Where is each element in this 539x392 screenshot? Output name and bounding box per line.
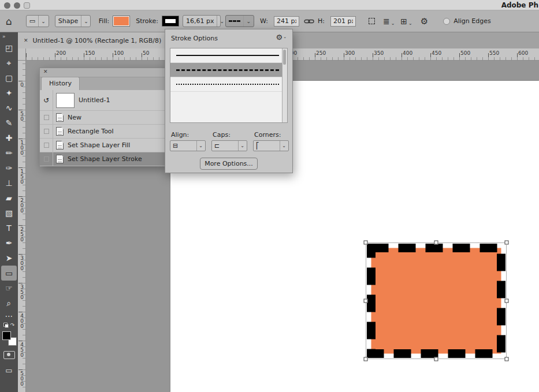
transform-handle-bottom-center[interactable]: [434, 357, 438, 361]
stroke-color-swatch[interactable]: [162, 16, 179, 27]
rectangle-shape-selection[interactable]: [366, 242, 507, 359]
history-state-row[interactable]: Set Shape Layer Fill: [40, 139, 165, 152]
tab-history[interactable]: History: [41, 77, 80, 90]
snapshot-thumbnail[interactable]: [56, 93, 75, 108]
lasso-tool-button[interactable]: ∿: [1, 100, 17, 115]
chevron-down-icon: ⌄: [391, 21, 395, 26]
window-minimize-button[interactable]: [14, 2, 20, 9]
stroke-style-solid[interactable]: [170, 48, 287, 63]
window-close-button[interactable]: [4, 2, 10, 9]
history-source-checkbox[interactable]: [44, 156, 49, 162]
type-tool-button[interactable]: T: [1, 221, 17, 236]
toolbar-collapse-button[interactable]: »: [0, 32, 6, 40]
shape-height-input[interactable]: [330, 16, 356, 27]
transform-handle-middle-left[interactable]: [364, 299, 368, 303]
transform-handle-middle-right[interactable]: [505, 299, 509, 303]
history-state-row-selected[interactable]: Set Shape Layer Stroke: [40, 152, 165, 166]
rectangle-tool-button[interactable]: ▭: [1, 266, 17, 281]
default-colors-icon[interactable]: [3, 323, 9, 328]
stroke-options-title: Stroke Options: [171, 35, 218, 42]
zoom-tool-button[interactable]: ⌕: [1, 296, 17, 311]
foreground-color-swatch[interactable]: [2, 331, 11, 340]
path-alignment-button[interactable]: ≣ ⌄: [383, 17, 395, 26]
clone-stamp-icon: ⊥: [5, 178, 12, 188]
marquee-icon: ▢: [5, 73, 13, 83]
v-ruler-label: 200: [18, 197, 25, 213]
caps-option-icon: ⊏: [214, 142, 238, 150]
stroke-style-dotted[interactable]: [170, 77, 287, 92]
corners-label: Corners:: [254, 131, 281, 139]
fill-color-swatch[interactable]: [113, 16, 130, 27]
corners-dropdown[interactable]: ⎡ ⌄: [253, 140, 289, 151]
align-dropdown[interactable]: ⊟ ⌄: [170, 140, 206, 151]
history-source-checkbox[interactable]: [44, 115, 49, 120]
zoom-icon: ⌕: [7, 298, 12, 308]
more-options-button[interactable]: More Options...: [200, 158, 258, 170]
v-ruler-label: 250: [18, 226, 25, 242]
history-state-row[interactable]: Rectangle Tool: [40, 125, 165, 139]
path-align-icon: ≣: [383, 17, 390, 26]
screen-mode-button[interactable]: ▭: [1, 363, 17, 378]
hand-tool-button[interactable]: ☞: [1, 281, 17, 296]
align-option-icon: ⊟: [173, 142, 196, 150]
window-zoom-button[interactable]: [24, 2, 30, 9]
history-snapshot-row[interactable]: ↺ Untitled-1: [40, 90, 165, 111]
clone-stamp-tool-button[interactable]: ⊥: [1, 176, 17, 191]
stroke-type-dropdown[interactable]: ⌄: [225, 15, 254, 27]
stroke-style-dashed-selected[interactable]: [170, 63, 287, 77]
history-brush-source-icon[interactable]: ↺: [43, 96, 49, 104]
chevron-down-icon: ⌄: [243, 16, 251, 27]
pen-icon: ✒: [6, 238, 13, 248]
quick-mask-icon[interactable]: [3, 351, 15, 359]
tool-mode-dropdown[interactable]: Shape ⌄: [55, 15, 91, 27]
color-swatches: [2, 331, 17, 346]
eraser-tool-button[interactable]: ▰: [1, 191, 17, 206]
eyedropper-tool-button[interactable]: ✎: [1, 115, 17, 130]
h-ruler-label: 450: [432, 50, 441, 56]
history-state-row[interactable]: New: [40, 111, 165, 125]
transform-handle-top-center[interactable]: [434, 241, 438, 245]
history-source-checkbox[interactable]: [44, 143, 49, 148]
panel-close-icon[interactable]: ✕: [43, 69, 48, 74]
shape-settings-button[interactable]: ⚙: [421, 16, 428, 27]
history-source-checkbox[interactable]: [44, 129, 49, 134]
pen-tool-button[interactable]: ✒: [1, 236, 17, 251]
tab-close-icon[interactable]: ✕: [24, 38, 28, 43]
align-edges-checkbox[interactable]: [443, 18, 450, 25]
transform-handle-top-left[interactable]: [364, 241, 368, 245]
quick-selection-tool-button[interactable]: ✦: [1, 85, 17, 100]
tool-preset-picker[interactable]: ▭ ⌄: [26, 15, 49, 27]
transform-handle-bottom-left[interactable]: [364, 357, 368, 361]
history-panel-header[interactable]: ✕: [40, 68, 165, 77]
chevron-down-icon: ⌄: [280, 141, 286, 151]
transform-handle-top-right[interactable]: [505, 241, 509, 245]
v-ruler-label: 400: [18, 313, 25, 328]
move-tool-button[interactable]: ⌖: [1, 55, 17, 70]
caps-dropdown[interactable]: ⊏ ⌄: [211, 140, 247, 151]
transform-handle-bottom-right[interactable]: [505, 357, 509, 361]
healing-brush-tool-button[interactable]: ✚: [1, 130, 17, 145]
path-arrangement-button[interactable]: ⊞ ⌄: [400, 17, 412, 26]
crop-tool-button[interactable]: ◰: [1, 40, 17, 55]
swap-colors-icon[interactable]: ↷: [10, 322, 15, 328]
path-selection-tool-button[interactable]: ➤: [1, 251, 17, 266]
stroke-style-scrollbar[interactable]: [282, 48, 287, 122]
home-icon[interactable]: ⌂: [6, 16, 12, 27]
history-state-icon: [56, 113, 64, 122]
snapshot-label: Untitled-1: [79, 96, 110, 104]
h-ruler-label: 350: [374, 50, 384, 56]
marquee-tool-button[interactable]: ▢: [1, 70, 17, 85]
pencil-tool-button[interactable]: ✏: [1, 145, 17, 160]
stroke-width-dropdown[interactable]: 16,61 px ⌄: [183, 15, 221, 27]
shape-constraint-options-button[interactable]: [369, 18, 375, 24]
stroke-options-menu-button[interactable]: ⚙⌄: [276, 33, 287, 42]
ellipsis-icon: ⋯: [5, 311, 13, 320]
shape-width-input[interactable]: [274, 16, 299, 27]
brush-tool-button[interactable]: ✑: [1, 160, 17, 176]
scrollbar-thumb[interactable]: [283, 50, 286, 65]
chevron-down-icon: ⌄: [38, 16, 46, 27]
document-tab[interactable]: ✕ Untitled-1 @ 100% (Rectangle 1, RGB/8): [18, 32, 170, 48]
edit-toolbar-button[interactable]: ⋯: [1, 311, 17, 321]
gradient-tool-button[interactable]: ▧: [1, 206, 17, 221]
link-dimensions-icon[interactable]: [304, 18, 314, 24]
